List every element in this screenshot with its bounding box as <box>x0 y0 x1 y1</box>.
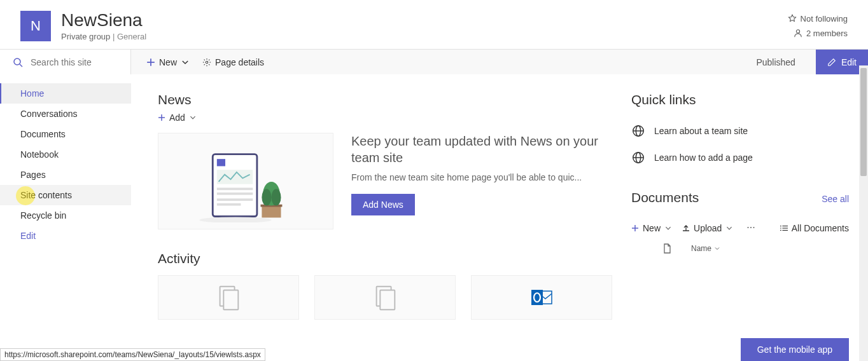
chevron-down-icon <box>725 224 733 232</box>
outlook-icon <box>530 286 553 309</box>
site-subtitle: Private group | General <box>61 32 788 41</box>
svg-rect-22 <box>223 290 238 310</box>
sidebar: Home Conversations Documents Notebook Pa… <box>0 74 131 361</box>
more-icon <box>747 224 755 231</box>
statusbar-url: https://microsoft.sharepoint.com/teams/N… <box>0 348 265 361</box>
svg-rect-9 <box>217 159 225 166</box>
person-icon <box>794 29 802 37</box>
activity-card-outlook[interactable] <box>471 275 612 320</box>
news-illustration <box>158 133 333 229</box>
doc-new-button[interactable]: New <box>631 223 672 233</box>
sidebar-item-site-contents[interactable]: Site contents <box>0 185 131 205</box>
quicklink-item[interactable]: Learn how to add a page <box>631 144 849 171</box>
news-headline: Keep your team updated with News on your… <box>351 133 612 166</box>
site-title: NewSiena <box>61 10 788 31</box>
name-column-header[interactable]: Name <box>691 244 720 253</box>
more-button[interactable] <box>743 221 759 236</box>
svg-point-37 <box>750 227 752 228</box>
svg-point-38 <box>753 227 755 228</box>
scrollbar[interactable] <box>859 65 868 361</box>
globe-icon <box>631 151 645 165</box>
chevron-down-icon <box>714 245 720 252</box>
svg-point-1 <box>14 58 20 65</box>
svg-point-19 <box>271 189 281 205</box>
news-add-button[interactable]: Add <box>158 112 612 123</box>
svg-point-0 <box>796 30 799 33</box>
new-button[interactable]: New <box>146 57 190 67</box>
news-description: From the new team site home page you'll … <box>351 172 612 182</box>
file-icon <box>662 243 672 254</box>
document-icon <box>214 283 243 312</box>
add-news-button[interactable]: Add News <box>351 194 415 215</box>
activity-card[interactable] <box>314 275 456 320</box>
svg-point-20 <box>200 217 272 222</box>
svg-point-36 <box>748 227 749 228</box>
svg-rect-26 <box>531 290 543 305</box>
svg-rect-15 <box>262 206 281 218</box>
activity-card[interactable] <box>158 275 299 320</box>
search-icon <box>13 57 23 67</box>
plus-icon <box>146 58 155 67</box>
sidebar-item-edit[interactable]: Edit <box>0 226 131 246</box>
upload-icon <box>682 224 690 232</box>
page-details-button[interactable]: Page details <box>202 57 264 67</box>
star-icon <box>788 14 797 23</box>
get-mobile-app-button[interactable]: Get the mobile app <box>741 338 849 361</box>
scrollbar-thumb[interactable] <box>860 68 867 176</box>
activity-section-title: Activity <box>158 251 612 266</box>
view-selector[interactable]: All Documents <box>780 223 849 233</box>
sidebar-item-recycle-bin[interactable]: Recycle bin <box>0 205 131 226</box>
svg-rect-14 <box>217 203 241 206</box>
pencil-icon <box>827 58 836 67</box>
chevron-down-icon <box>189 114 197 121</box>
svg-point-18 <box>262 189 271 205</box>
follow-button[interactable]: Not following <box>788 14 848 24</box>
list-icon <box>780 224 788 232</box>
search-input[interactable] <box>31 57 126 67</box>
svg-rect-11 <box>217 188 253 191</box>
sidebar-item-notebook[interactable]: Notebook <box>0 144 131 165</box>
gear-icon <box>202 58 211 67</box>
chevron-down-icon <box>181 58 190 67</box>
chevron-down-icon <box>664 224 672 232</box>
svg-rect-13 <box>217 199 253 201</box>
quicklinks-title: Quick links <box>631 92 849 107</box>
site-logo[interactable]: N <box>20 11 51 41</box>
news-section-title: News <box>158 92 612 107</box>
svg-line-2 <box>20 64 22 67</box>
document-icon <box>370 283 400 312</box>
plus-icon <box>631 224 639 232</box>
plus-icon <box>158 114 165 121</box>
svg-rect-24 <box>380 290 395 310</box>
members-button[interactable]: 2 members <box>794 29 848 38</box>
sidebar-item-conversations[interactable]: Conversations <box>0 104 131 124</box>
svg-point-5 <box>206 61 208 64</box>
search-box[interactable] <box>0 50 131 74</box>
sidebar-item-pages[interactable]: Pages <box>0 165 131 185</box>
sidebar-item-documents[interactable]: Documents <box>0 124 131 144</box>
see-all-link[interactable]: See all <box>822 194 849 204</box>
globe-icon <box>631 124 645 138</box>
published-status: Published <box>756 57 803 67</box>
svg-rect-12 <box>217 193 253 195</box>
quicklink-item[interactable]: Learn about a team site <box>631 118 849 144</box>
sidebar-item-home[interactable]: Home <box>0 83 131 104</box>
documents-title: Documents <box>631 190 699 205</box>
doc-upload-button[interactable]: Upload <box>682 223 733 233</box>
